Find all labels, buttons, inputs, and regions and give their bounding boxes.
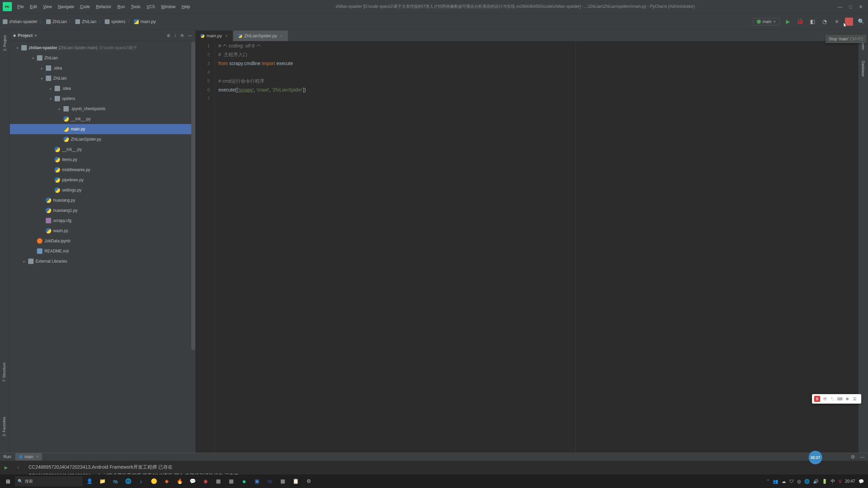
tray-sogou-icon[interactable]: S (839, 479, 842, 484)
pycharm-taskbar-icon[interactable]: ■ (238, 476, 250, 487)
favorites-toolwindow-tab[interactable]: 2: Favorites (2, 417, 6, 436)
editor-body[interactable]: 1234567 # -*- coding: utf-8 -*-# 主程序入口fr… (196, 41, 858, 453)
profile-button[interactable]: ◔ (821, 18, 829, 26)
breadcrumb-item[interactable]: ZhiLian (46, 19, 67, 24)
scroll-up-button[interactable]: ↑ (15, 464, 22, 471)
tree-item[interactable]: README.md (10, 246, 195, 256)
ime-toolbar[interactable]: S 中 °, ⌨ ☸ ☰ (812, 394, 861, 404)
chrome-icon[interactable]: 🟡 (148, 476, 160, 487)
app-icon-5[interactable]: ▦ (225, 476, 237, 487)
concurrency-button[interactable]: ≡ (833, 18, 841, 26)
close-icon[interactable]: × (280, 33, 283, 38)
settings-icon[interactable]: ⚙ (851, 454, 855, 460)
breadcrumb-item[interactable]: spiders (105, 19, 125, 24)
menu-edit[interactable]: Edit (27, 3, 40, 11)
app-icon-2[interactable]: 🔥 (174, 476, 186, 487)
timer-badge[interactable]: 02:27 (809, 451, 822, 464)
tree-item[interactable]: ▸.ipynb_checkpoints (10, 104, 195, 114)
breadcrumb-item[interactable]: main.py (134, 19, 156, 24)
tree-item[interactable]: scrapy.cfg (10, 216, 195, 226)
tree-root[interactable]: ▾zhilian-spaider [ZhiLian-Spider-main] D… (10, 43, 195, 53)
app-icon-3[interactable]: ◉ (199, 476, 212, 487)
tree-item[interactable]: huaxiang1.py (10, 205, 195, 216)
project-tree[interactable]: ▾zhilian-spaider [ZhiLian-Spider-main] D… (10, 41, 195, 453)
editor-code[interactable]: # -*- coding: utf-8 -*-# 主程序入口from scrap… (214, 41, 306, 453)
tree-item[interactable]: main.py (10, 124, 195, 134)
tree-item[interactable]: middlewares.py (10, 165, 195, 175)
tray-time[interactable]: 20:47 (845, 479, 855, 484)
menu-run[interactable]: Run (115, 3, 127, 11)
ime-skin-icon[interactable]: ☸ (845, 396, 850, 402)
breadcrumb-item[interactable]: ZhiLian (75, 19, 96, 24)
chevron-down-icon[interactable]: ▾ (35, 33, 37, 38)
menu-window[interactable]: Window (158, 3, 178, 11)
app-icon-7[interactable]: ▦ (277, 476, 289, 487)
stop-button[interactable] (845, 18, 853, 26)
tree-item[interactable]: JobData.ipynb (10, 236, 195, 246)
taskbar-search[interactable]: 🔍 搜索 (15, 476, 83, 486)
debug-button[interactable]: 🐞 (796, 18, 804, 26)
tree-item[interactable]: ▸External Libraries (10, 256, 195, 266)
tray-shield-icon[interactable]: 🛡 (789, 479, 794, 484)
run-button[interactable]: ▶ (784, 18, 792, 26)
menu-view[interactable]: View (40, 3, 55, 11)
tray-battery-icon[interactable]: 🔋 (822, 479, 827, 484)
scrollbar[interactable] (191, 41, 195, 350)
menu-tools[interactable]: Tools (128, 3, 143, 11)
run-coverage-button[interactable]: ◧ (808, 18, 816, 26)
hide-icon[interactable]: — (860, 454, 865, 460)
menu-navigate[interactable]: Navigate (55, 3, 77, 11)
project-toolwindow-tab[interactable]: 1: Project (2, 33, 7, 53)
avatar-icon[interactable]: 👤 (83, 476, 96, 487)
music-icon[interactable]: ♪ (135, 476, 147, 487)
close-icon[interactable]: × (36, 454, 39, 459)
ime-punct-icon[interactable]: °, (830, 396, 835, 402)
start-button[interactable]: ⊞ (1, 476, 14, 487)
editor-tab[interactable]: main.py× (196, 30, 233, 41)
app-icon-8[interactable]: 📋 (290, 476, 302, 487)
tray-volume-icon[interactable]: 🔊 (813, 479, 818, 484)
minimize-button[interactable]: — (838, 4, 843, 9)
tree-item[interactable]: ▾spiders (10, 94, 195, 104)
tree-item[interactable]: __init__.py (10, 114, 195, 124)
menu-code[interactable]: Code (77, 3, 93, 11)
close-icon[interactable]: × (225, 33, 228, 38)
app-icon-1[interactable]: ◆ (161, 476, 173, 487)
hide-icon[interactable]: — (188, 33, 192, 38)
tray-chevron-icon[interactable]: ˄ (767, 479, 769, 484)
ime-lang[interactable]: 中 (822, 396, 828, 402)
run-panel-tab[interactable]: main × (15, 453, 42, 461)
explorer-icon[interactable]: 📁 (96, 476, 108, 487)
menu-help[interactable]: Help (179, 3, 193, 11)
settings-icon[interactable]: ✲ (180, 33, 184, 38)
menu-refactor[interactable]: Refactor (93, 3, 114, 11)
tree-item[interactable]: ▸.idea (10, 63, 195, 73)
tray-app-icon[interactable]: ◎ (797, 479, 801, 484)
tree-item[interactable]: pipelines.py (10, 175, 195, 185)
edge-icon[interactable]: 🌐 (122, 476, 134, 487)
tray-ime-icon[interactable]: 中 (831, 478, 835, 484)
app-icon-9[interactable]: ⚙ (302, 476, 315, 487)
maximize-button[interactable]: □ (849, 4, 852, 9)
close-button[interactable]: ✕ (859, 4, 863, 9)
database-toolwindow-tab[interactable]: Database (861, 59, 866, 79)
tray-onedrive-icon[interactable]: ☁ (782, 479, 786, 484)
structure-toolwindow-tab[interactable]: 7: Structure (2, 363, 6, 382)
run-config-selector[interactable]: main ▼ (753, 18, 780, 25)
tree-item[interactable]: ▾ZhiLian (10, 73, 195, 83)
rerun-button[interactable]: ▶ (2, 464, 10, 471)
store-icon[interactable]: 🛍 (109, 476, 121, 487)
tree-item[interactable]: wash.py (10, 226, 195, 236)
menu-file[interactable]: File (15, 3, 26, 11)
tree-item[interactable]: items.py (10, 155, 195, 165)
menu-vcs[interactable]: VCS (144, 3, 158, 11)
app-icon-6[interactable]: ▣ (251, 476, 263, 487)
wechat-icon[interactable]: 💬 (186, 476, 199, 487)
tray-notifications-icon[interactable]: 💬 (859, 479, 864, 484)
tree-item[interactable]: settings.py (10, 185, 195, 195)
collapse-icon[interactable]: ↕ (174, 33, 176, 38)
search-everywhere-button[interactable]: 🔍 (857, 18, 865, 26)
tray-people-icon[interactable]: 👥 (773, 479, 778, 484)
locate-icon[interactable]: ⊕ (167, 33, 170, 38)
tree-item[interactable]: huaxiang.py (10, 195, 195, 205)
